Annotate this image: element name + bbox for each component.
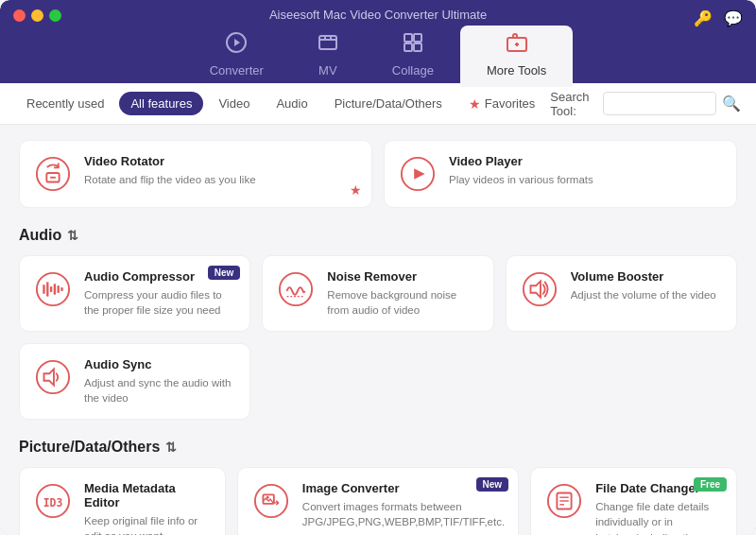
video-player-info: Video Player Play videos in various form… (449, 154, 723, 187)
picture-cards-grid: ID3 Media Metadata Editor Keep original … (19, 467, 737, 535)
video-player-title: Video Player (449, 154, 723, 168)
audio-sync-title: Audio Sync (84, 357, 236, 371)
more-tools-icon (506, 31, 528, 60)
audio-section-title: Audio ⇅ (19, 227, 737, 244)
file-date-changer-badge: Free (694, 477, 727, 492)
app-window: Aiseesoft Mac Video Converter Ultimate 🔑… (0, 0, 756, 535)
audio-sort-icon[interactable]: ⇅ (67, 228, 78, 243)
audio-compressor-badge: New (208, 266, 241, 280)
card-video-rotator[interactable]: Video Rotator Rotate and flip the video … (19, 140, 372, 208)
collage-label: Collage (392, 63, 434, 78)
svg-marker-1 (234, 39, 240, 46)
converter-icon (225, 31, 248, 60)
minimize-button[interactable] (31, 9, 43, 22)
volume-booster-title: Volume Booster (571, 269, 723, 284)
video-rotator-title: Video Rotator (84, 154, 358, 168)
image-converter-info: Image Converter Convert images formats b… (302, 481, 505, 529)
noise-remover-desc: Remove background noise from audio of vi… (327, 287, 479, 318)
audio-sync-icon (33, 357, 73, 397)
key-icon[interactable]: 🔑 (694, 9, 713, 27)
search-button[interactable]: 🔍 (722, 95, 741, 112)
media-metadata-info: Media Metadata Editor Keep original file… (84, 481, 212, 535)
noise-remover-info: Noise Remover Remove background noise fr… (327, 269, 479, 318)
audio-sync-info: Audio Sync Adjust and sync the audio wit… (84, 357, 236, 406)
collage-icon (402, 31, 424, 60)
audio-title-text: Audio (19, 227, 61, 244)
audio-compressor-desc: Compress your audio files to the proper … (84, 287, 236, 318)
image-converter-title: Image Converter (302, 481, 505, 495)
titlebar: Aiseesoft Mac Video Converter Ultimate 🔑… (0, 0, 756, 83)
window-title: Aiseesoft Mac Video Converter Ultimate (269, 8, 487, 22)
card-media-metadata[interactable]: ID3 Media Metadata Editor Keep original … (19, 467, 226, 535)
svg-rect-6 (404, 34, 412, 42)
noise-remover-icon (276, 269, 316, 309)
titlebar-top: Aiseesoft Mac Video Converter Ultimate 🔑… (0, 0, 756, 22)
svg-point-18 (37, 273, 69, 305)
search-label: Search Tool: (550, 90, 597, 118)
file-date-changer-desc: Change file date details individually or… (595, 499, 723, 535)
audio-compressor-icon (33, 269, 73, 309)
filter-recently-used[interactable]: Recently used (15, 92, 115, 115)
audio-sync-desc: Adjust and sync the audio with the video (84, 375, 236, 406)
volume-booster-icon (520, 269, 559, 309)
svg-rect-7 (414, 34, 421, 42)
picture-title-text: Picture/Data/Others (19, 439, 160, 456)
filter-bar: Recently used All features Video Audio P… (0, 83, 756, 125)
svg-point-25 (280, 273, 312, 305)
card-volume-booster[interactable]: Volume Booster Adjust the volume of the … (506, 255, 737, 332)
tab-more-tools[interactable]: More Tools (460, 26, 573, 87)
media-metadata-title: Media Metadata Editor (84, 481, 212, 509)
image-converter-icon (251, 481, 291, 521)
picture-section-title: Picture/Data/Others ⇅ (19, 439, 737, 456)
volume-booster-desc: Adjust the volume of the video (571, 287, 723, 302)
image-converter-desc: Convert images formats between JPG/JPEG,… (302, 499, 505, 529)
media-metadata-desc: Keep original file info or edit as you w… (84, 513, 212, 535)
close-button[interactable] (13, 9, 26, 22)
mv-icon (317, 31, 339, 60)
svg-point-35 (266, 496, 269, 499)
main-content[interactable]: Video Rotator Rotate and flip the video … (0, 125, 756, 535)
svg-rect-9 (414, 43, 421, 51)
image-converter-badge: New (476, 477, 509, 492)
filter-favorites[interactable]: ★ Favorites (457, 92, 546, 116)
search-input[interactable] (603, 92, 716, 115)
svg-marker-28 (530, 281, 540, 297)
tab-mv[interactable]: MV (290, 26, 366, 87)
card-audio-sync[interactable]: Audio Sync Adjust and sync the audio wit… (19, 343, 250, 420)
video-player-desc: Play videos in various formats (449, 172, 723, 187)
audio-cards-grid: Audio Compressor Compress your audio fil… (19, 255, 737, 420)
svg-text:ID3: ID3 (43, 496, 63, 509)
video-rotator-desc: Rotate and flip the video as you like (84, 172, 358, 187)
video-player-icon (398, 154, 438, 194)
converter-label: Converter (210, 63, 264, 78)
noise-remover-title: Noise Remover (327, 269, 479, 284)
picture-sort-icon[interactable]: ⇅ (165, 440, 177, 455)
filter-all-features[interactable]: All features (119, 92, 203, 115)
file-date-changer-icon (544, 481, 584, 521)
window-controls (13, 9, 61, 22)
card-file-date-changer[interactable]: File Date Changer Change file date detai… (530, 467, 737, 535)
card-video-player[interactable]: Video Player Play videos in various form… (384, 140, 737, 208)
chat-icon[interactable]: 💬 (724, 9, 743, 27)
favorites-star-icon: ★ (469, 96, 481, 112)
svg-rect-8 (404, 43, 412, 51)
maximize-button[interactable] (49, 9, 61, 22)
svg-marker-30 (44, 370, 54, 386)
video-rotator-icon (33, 154, 73, 194)
filter-video[interactable]: Video (207, 92, 261, 115)
video-rotator-favorite[interactable]: ★ (350, 182, 362, 198)
svg-rect-2 (319, 36, 336, 49)
tab-converter[interactable]: Converter (183, 26, 290, 87)
tab-collage[interactable]: Collage (366, 26, 460, 87)
filter-audio[interactable]: Audio (265, 92, 318, 115)
nav-tabs: Converter MV (0, 26, 756, 87)
card-image-converter[interactable]: Image Converter Convert images formats b… (237, 467, 519, 535)
card-noise-remover[interactable]: Noise Remover Remove background noise fr… (262, 255, 493, 332)
filter-picture-data[interactable]: Picture/Data/Others (323, 92, 454, 115)
more-tools-label: More Tools (487, 63, 546, 78)
top-cards-grid: Video Rotator Rotate and flip the video … (19, 140, 737, 208)
card-audio-compressor[interactable]: Audio Compressor Compress your audio fil… (19, 255, 250, 332)
mv-label: MV (318, 63, 337, 78)
volume-booster-info: Volume Booster Adjust the volume of the … (571, 269, 723, 302)
video-rotator-info: Video Rotator Rotate and flip the video … (84, 154, 358, 187)
